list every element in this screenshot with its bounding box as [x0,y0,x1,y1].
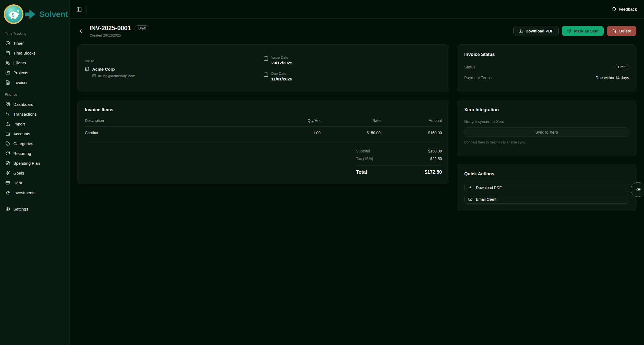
svg-text:$: $ [12,13,14,17]
bill-to-label: Bill To [85,59,263,63]
client-name: Acme Corp [92,67,115,72]
status-value-badge: Draft [615,64,629,70]
column-header-qty: Qty/Hrs [280,118,320,123]
item-description: Chatbot [85,131,280,135]
column-header-amount: Amount [381,118,442,123]
gear-icon [5,207,10,211]
delete-button[interactable]: Delete [607,26,636,36]
sync-to-xero-button[interactable]: Sync to Xero [464,127,629,137]
quick-action-download-pdf-button[interactable]: Download PDF [464,183,629,192]
sidebar-item-invoices[interactable]: Invoices [3,77,66,87]
right-column: Invoice Status Status Draft Payment Term… [457,44,636,211]
quick-actions-title: Quick Actions [464,171,629,176]
sidebar-item-import[interactable]: Import [3,119,66,129]
sparkles-icon [5,171,10,175]
dates-section: Issue Date 29/12/2025 Due Date 11/01/202… [263,55,442,82]
sidebar-item-timer[interactable]: Timer [3,38,66,48]
back-button[interactable] [77,27,86,35]
sidebar-item-categories[interactable]: Categories [3,139,66,148]
download-icon [519,29,523,33]
arrow-logo-icon [25,9,37,20]
left-column: Bill To Acme Corp billing@acmecorp.com [77,44,449,184]
users-icon [5,61,10,65]
sidebar-item-label: Accounts [13,131,30,136]
sidebar-item-label: Investments [13,190,35,195]
xero-integration-title: Xero Integration [464,107,629,112]
brand-name: Solvent [39,10,68,19]
mark-as-sent-label: Mark as Sent [574,29,598,33]
due-date-value: 11/01/2026 [271,77,292,82]
page-header: INV-2025-0001 Draft Created 29/12/2025 D… [77,25,636,37]
sidebar-item-label: Invoices [13,80,28,85]
sidebar-item-investments[interactable]: Investments [3,188,66,197]
quick-action-email-client-button[interactable]: Email Client [464,195,629,204]
payment-terms-value: Due within 14 days [595,76,629,80]
sidebar-item-projects[interactable]: Projects [3,68,66,77]
sidebar-item-label: Clients [13,61,26,65]
sidebar: $ Solvent Time Tracking Timer Time Block… [0,0,70,345]
issue-date-group: Issue Date 29/12/2025 [263,55,442,65]
tag-icon [5,141,10,146]
arrows-left-right-icon [5,112,10,116]
sidebar-item-clients[interactable]: Clients [3,58,66,68]
upload-icon [5,122,10,126]
item-rate: $150.00 [320,131,381,135]
sidebar-item-recurring[interactable]: Recurring [3,148,66,158]
sidebar-item-label: Recurring [13,151,31,156]
total-label: Total [356,169,367,175]
client-email: billing@acmecorp.com [98,74,135,78]
sidebar-item-goals[interactable]: Goals [3,168,66,178]
invoice-status-title: Invoice Status [464,52,629,57]
sidebar-item-settings[interactable]: Settings [3,204,66,214]
tax-row: Tax (15%) $22.50 [356,155,442,163]
send-icon [567,29,571,33]
invoice-items-card: Invoice Items Description Qty/Hrs Rate A… [77,100,449,184]
credit-card-icon [5,181,10,185]
building-icon [85,67,89,71]
sidebar-item-label: Goals [13,171,24,175]
calendar-icon [263,56,268,61]
mail-icon [92,74,96,78]
delete-label: Delete [619,29,631,33]
table-header-row: Description Qty/Hrs Rate Amount [85,118,442,127]
payment-terms-row: Payment Terms Due within 14 days [464,76,629,80]
piggy-icon: $ [7,8,20,20]
floating-widget-button[interactable] [631,182,644,197]
due-date-group: Due Date 11/01/2026 [263,71,442,82]
app: $ Solvent Time Tracking Timer Time Block… [0,0,644,345]
xero-integration-card: Xero Integration Not yet synced to Xero … [457,100,636,156]
sidebar-item-label: Settings [13,207,28,211]
download-pdf-button[interactable]: Download PDF [513,26,559,36]
quick-action-download-label: Download PDF [476,185,502,190]
issue-date-value: 29/12/2025 [271,61,293,65]
sidebar-item-label: Timer [13,41,24,46]
payment-terms-label: Payment Terms [464,76,492,80]
sidebar-item-transactions[interactable]: Transactions [3,109,66,119]
sidebar-item-accounts[interactable]: Accounts [3,129,66,139]
sidebar-item-label: Categories [13,141,33,146]
xero-hint: Connect Xero in Settings to enable sync [464,140,629,144]
status-label: Status [464,65,475,69]
totals-block: Subtotal $150.00 Tax (15%) $22.50 Total … [356,147,442,177]
feedback-button[interactable]: Feedback [612,7,637,11]
item-qty: 1.00 [280,131,320,135]
wallet-icon [5,131,10,136]
brand-logo[interactable]: $ Solvent [3,4,66,26]
arrow-left-icon [79,29,84,34]
status-row: Status Draft [464,64,629,70]
sidebar-toggle-button[interactable] [75,5,83,13]
sidebar-item-dashboard[interactable]: Dashboard [3,99,66,109]
column-header-rate: Rate [320,118,381,123]
calendar-icon [5,51,10,55]
sidebar-item-label: Debt [13,181,22,185]
mark-as-sent-button[interactable]: Mark as Sent [562,26,604,36]
header-actions: Download PDF Mark as Sent Delete [513,26,636,36]
sidebar-item-time-blocks[interactable]: Time Blocks [3,48,66,58]
invoice-status-card: Invoice Status Status Draft Payment Term… [457,44,636,92]
sidebar-item-label: Dashboard [13,102,33,107]
nav-section-finance: Finance [5,93,65,97]
sidebar-item-debt[interactable]: Debt [3,178,66,188]
subtotal-label: Subtotal [356,149,370,153]
sidebar-item-spending-plan[interactable]: Spending Plan [3,158,66,168]
clock-icon [5,41,10,46]
